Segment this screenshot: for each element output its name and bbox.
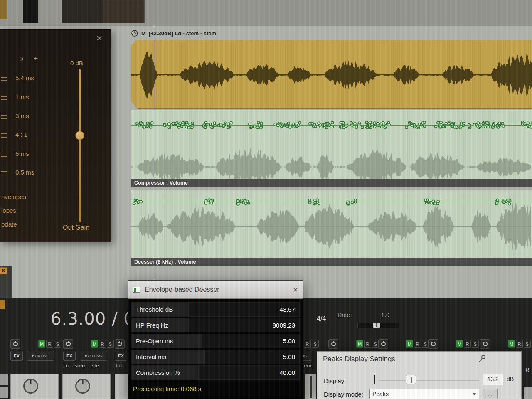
display-mode-label: Display mode:: [324, 391, 363, 398]
param-slider-compression[interactable]: Compression % 40.00: [131, 365, 300, 380]
param-release[interactable]: 1 ms: [15, 94, 29, 101]
routing-button[interactable]: ROUTING: [80, 351, 107, 361]
fx-button[interactable]: FX: [63, 351, 76, 361]
gain-unit-label: dB: [507, 376, 514, 382]
param-slider-threshold[interactable]: Threshold dB -43.57: [131, 302, 300, 317]
param-lookahead[interactable]: 0.5 ms: [15, 169, 34, 176]
channel-power-button[interactable]: [328, 339, 338, 349]
toolbar-fragment: [23, 0, 38, 23]
mute-button[interactable]: M: [508, 340, 515, 348]
solo-button[interactable]: S: [54, 340, 61, 348]
pan-knob[interactable]: [75, 379, 90, 394]
record-button[interactable]: R: [99, 340, 106, 348]
display-mode-dropdown[interactable]: Peaks: [369, 389, 479, 399]
solo-button[interactable]: S: [472, 340, 479, 348]
power-icon: [483, 342, 488, 346]
time-signature[interactable]: 4/4: [317, 315, 326, 323]
chevron-down-icon: [472, 393, 476, 395]
param-attack[interactable]: 5.4 ms: [15, 74, 34, 81]
side-label-lopes: lopes: [1, 207, 16, 214]
record-button[interactable]: R: [516, 340, 523, 348]
param-slider-preopen[interactable]: Pre-Open ms 5.00: [131, 334, 300, 348]
solo-button[interactable]: S: [107, 340, 114, 348]
track-name: Ld -: [116, 362, 125, 369]
param-ratio[interactable]: 4 : 1: [15, 131, 27, 138]
corner-button[interactable]: [0, 387, 8, 398]
dialog-titlebar[interactable]: Envelope-based Deesser ×: [128, 281, 303, 299]
record-button[interactable]: R: [364, 340, 371, 348]
record-button[interactable]: R: [304, 340, 311, 348]
item-mute-flag[interactable]: M: [141, 30, 146, 37]
expand-arrow-icon[interactable]: >: [20, 55, 24, 62]
gain-value-field[interactable]: 13.2: [483, 374, 503, 385]
power-icon: [13, 342, 18, 346]
solo-tab[interactable]: S: [0, 267, 7, 274]
toolbar-fragment: [0, 0, 7, 19]
display-label: Display: [324, 377, 344, 384]
power-icon: [431, 342, 436, 346]
daw-screen: M [+2.30dB] Ld - stem - stem Compressor …: [0, 0, 532, 399]
gain-slider-handle[interactable]: [406, 375, 416, 384]
close-icon[interactable]: ×: [293, 285, 298, 294]
volume-fader[interactable]: [305, 374, 316, 399]
record-button[interactable]: R: [414, 340, 421, 348]
envelope-lane-label: Compressor : Volume: [131, 179, 532, 187]
pan-panel: [62, 374, 111, 399]
envelope-points-graphic: [131, 190, 532, 266]
item-clock-icon[interactable]: [131, 30, 138, 37]
row-handle-icon: [1, 96, 7, 100]
mute-button[interactable]: M: [406, 340, 413, 348]
corner-button[interactable]: [524, 387, 532, 399]
transport-time-display[interactable]: 6.3.00 / 0:: [51, 309, 140, 328]
close-icon[interactable]: ×: [94, 33, 105, 44]
envelope-points-graphic: [131, 110, 532, 188]
param-hold[interactable]: 5 ms: [15, 150, 29, 157]
out-gain-slider-track[interactable]: [79, 69, 81, 222]
mute-button[interactable]: M: [38, 340, 45, 348]
channel-power-button[interactable]: [480, 339, 490, 349]
pan-knob[interactable]: [23, 379, 38, 394]
channel-power-button[interactable]: [10, 339, 20, 349]
mixer-strip: M R S FX ROUTING: [63, 339, 114, 362]
param-value: 8009.23: [273, 322, 299, 329]
record-button[interactable]: R: [46, 340, 53, 348]
channel-power-button[interactable]: [63, 339, 73, 349]
rate-slider[interactable]: [357, 323, 399, 328]
toolbar-fragment: [103, 0, 145, 23]
audio-item[interactable]: [131, 40, 532, 109]
solo-button[interactable]: S: [312, 340, 319, 348]
envelope-lane-compressor[interactable]: Compressor : Volume: [131, 110, 532, 187]
arrange-area: M [+2.30dB] Ld - stem - stem Compressor …: [128, 26, 532, 298]
more-options-button[interactable]: ...: [483, 389, 498, 399]
rate-slider-handle[interactable]: [373, 323, 380, 328]
channel-power-button[interactable]: [115, 339, 125, 349]
fx-button[interactable]: FX: [10, 351, 23, 361]
envelope-lane-deesser[interactable]: Deesser (8 kHz) : Volume: [131, 190, 532, 266]
param-knee[interactable]: 3 ms: [15, 112, 29, 119]
rate-label: Rate:: [337, 312, 352, 318]
mute-button[interactable]: M: [356, 340, 363, 348]
corner-button[interactable]: [0, 374, 8, 385]
param-label: HP Freq Hz: [132, 322, 273, 329]
out-gain-slider-handle[interactable]: [75, 131, 84, 140]
mixer-strip: M R S FX ROUTING: [10, 339, 61, 362]
add-icon[interactable]: +: [34, 54, 38, 63]
record-arm-edge-label: R: [525, 367, 530, 373]
record-button[interactable]: R: [464, 340, 471, 348]
text-caret: [374, 375, 375, 384]
rate-value[interactable]: 1.0: [381, 312, 389, 318]
channel-power-button[interactable]: [378, 339, 388, 349]
solo-button[interactable]: S: [524, 340, 531, 348]
param-slider-hpfreq[interactable]: HP Freq Hz 8009.23: [131, 318, 300, 332]
row-handle-icon: [1, 153, 7, 157]
routing-button[interactable]: ROUTING: [27, 351, 54, 361]
pin-icon[interactable]: [477, 354, 487, 364]
pan-panel: [115, 374, 129, 399]
fx-button[interactable]: FX: [115, 351, 127, 361]
channel-power-button[interactable]: [428, 339, 438, 349]
param-slider-interval[interactable]: Interval ms 5.00: [131, 350, 300, 364]
mute-button[interactable]: M: [91, 340, 98, 348]
gain-slider-track[interactable]: [379, 380, 479, 381]
mute-button[interactable]: M: [456, 340, 463, 348]
item-header: M [+2.30dB] Ld - stem - stem: [131, 28, 216, 38]
